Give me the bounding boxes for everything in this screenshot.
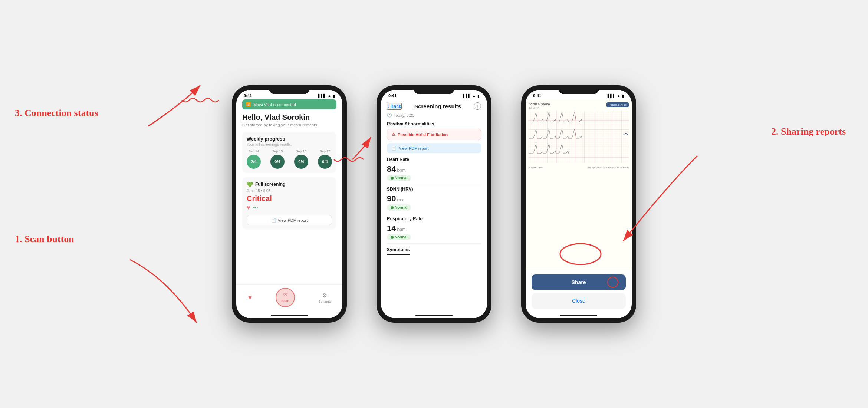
back-button[interactable]: ‹ Back — [387, 103, 402, 110]
share-circle — [607, 277, 618, 288]
day-circle-sep16[interactable]: 0/4 — [294, 155, 308, 169]
notch-3 — [558, 85, 599, 94]
symptoms-section: Symptoms — [387, 246, 481, 255]
report-text: Report test — [529, 166, 543, 169]
subtitle-text: Get started by taking your measurements. — [242, 123, 336, 127]
patient-name: Jordan Stone 12 BPM — [529, 102, 550, 109]
heart-rate-value-display: 84 bpm — [387, 164, 481, 174]
status-icons-3: ▌▌▌ ▲ ▮ — [608, 94, 624, 98]
resp-unit: bpm — [397, 227, 405, 232]
svg-rect-2 — [529, 111, 629, 163]
connection-banner: 📶 Mawi Vital is connected — [242, 99, 336, 109]
status-time-2: 9:41 — [388, 93, 397, 98]
heart-rate-label: Heart Rate — [387, 157, 481, 162]
wifi-icon-3: ▲ — [617, 94, 621, 98]
scan-ecg-icon: ♡ — [283, 292, 288, 298]
symptoms-label: Symptoms — [387, 247, 410, 255]
pdf-btn-label-1: View PDF report — [278, 218, 308, 223]
timestamp-text: Today, 8:23 — [394, 113, 414, 118]
wifi-icon-2: ▲ — [472, 94, 476, 98]
sdnn-label: SDNN (HRV) — [387, 187, 481, 192]
resp-label: Respiratory Rate — [387, 216, 481, 221]
home-indicator-2 — [415, 315, 453, 316]
doc-icon-2: 📄 — [391, 146, 397, 151]
weekly-card: Weekly progress Your full screenings res… — [242, 132, 336, 173]
sdnn-status: Normal — [387, 204, 411, 211]
phone-1: 9:41 ▌▌▌ ▲ ▮ 📶 Mawi Vital is connected H… — [232, 85, 347, 323]
ecg-chart-svg — [529, 111, 629, 163]
info-icon[interactable]: i — [474, 102, 481, 110]
connection-text: Mawi Vital is connected — [253, 102, 296, 107]
nav-settings[interactable]: ⚙ Settings — [319, 292, 331, 303]
day-circle-sep14[interactable]: 2/4 — [247, 155, 261, 169]
day-col-sep17: Sep 17 0/4 — [318, 149, 332, 169]
ecg-diagnosis: Possible AFib — [606, 102, 629, 109]
screen-3: 9:41 ▌▌▌ ▲ ▮ Jordan Stone 12 BPM Possibl… — [526, 90, 632, 318]
resp-status: Normal — [387, 234, 411, 240]
share-button[interactable]: Share — [532, 274, 626, 290]
share-area: Share Close — [526, 270, 632, 313]
nav-home[interactable]: ♥ — [248, 294, 252, 302]
annotation-3: 3. Connection status — [15, 108, 98, 119]
signal-icon: ▌▌▌ — [318, 94, 326, 98]
page-container: 9:41 ▌▌▌ ▲ ▮ 📶 Mawi Vital is connected H… — [0, 0, 868, 408]
day-circle-sep17[interactable]: 0/4 — [318, 155, 332, 169]
annotation-1: 1. Scan button — [15, 234, 74, 245]
weekly-title: Weekly progress — [247, 136, 332, 142]
status-icons-1: ▌▌▌ ▲ ▮ — [318, 94, 335, 98]
warning-icon: ⚠ — [392, 132, 395, 137]
ecg-icon: 〜 — [253, 204, 259, 212]
battery-icon: ▮ — [333, 94, 335, 98]
timestamp: 🕐 Today, 8:23 — [387, 113, 481, 118]
status-time-3: 9:41 — [533, 93, 541, 98]
check-icon-sdnn — [391, 206, 394, 209]
annotation-2: 2. Sharing reports — [771, 126, 846, 137]
day-circle-sep15[interactable]: 0/4 — [270, 155, 285, 169]
check-icon-hr — [391, 177, 394, 180]
notch-2 — [414, 85, 454, 94]
hello-greeting: Hello, Vlad Sorokin — [242, 113, 336, 122]
status-icons-2: ▌▌▌ ▲ ▮ — [463, 94, 480, 98]
status-time-1: 9:41 — [244, 93, 252, 98]
check-icon-resp — [391, 236, 394, 239]
signal-icon-2: ▌▌▌ — [463, 94, 471, 98]
screen2-nav: ‹ Back Screening results i — [381, 99, 487, 113]
heart-rate-unit: bpm — [397, 168, 405, 173]
home-indicator-1 — [271, 315, 308, 316]
sdnn-section: SDNN (HRV) 90 ms Normal — [387, 187, 481, 211]
phone-2: 9:41 ▌▌▌ ▲ ▮ ‹ Back Screening results i — [377, 85, 491, 323]
settings-label: Settings — [319, 300, 331, 303]
screen2-title: Screening results — [414, 103, 461, 109]
day-col-sep14: Sep 14 2/4 — [247, 149, 261, 169]
divider-3 — [387, 243, 481, 244]
screen1-content: 📶 Mawi Vital is connected Hello, Vlad So… — [236, 99, 342, 284]
resp-status-text: Normal — [395, 235, 407, 239]
nav-scan[interactable]: ♡ Scan — [276, 288, 295, 307]
chevron-left-icon: ‹ — [388, 103, 389, 109]
notch-1 — [269, 85, 310, 94]
afib-text: Possible Atrial Fibrillation — [398, 132, 448, 137]
scan-circle[interactable]: ♡ Scan — [276, 288, 295, 307]
pdf-report-btn-1[interactable]: 📄 View PDF report — [247, 215, 332, 225]
screen2-content: 🕐 Today, 8:23 Rhythm Abnormalities ⚠ Pos… — [381, 113, 487, 313]
sdnn-status-text: Normal — [395, 205, 407, 210]
afib-badge: ⚠ Possible Atrial Fibrillation — [387, 129, 481, 140]
close-button[interactable]: Close — [532, 293, 626, 309]
battery-icon-2: ▮ — [477, 94, 480, 98]
sdnn-unit: ms — [397, 197, 403, 203]
weekly-days: Sep 14 2/4 Sep 15 0/4 Sep 16 0/4 Sep 1 — [247, 149, 332, 169]
home-indicator-3 — [560, 315, 597, 316]
scan-label: Scan — [281, 299, 289, 303]
wifi-signal-icon: 📶 — [246, 102, 251, 107]
clock-icon: 🕐 — [387, 113, 392, 118]
critical-status: Critical — [247, 194, 332, 203]
close-label: Close — [572, 298, 585, 304]
heart-rate-number: 84 — [387, 164, 396, 174]
view-pdf-btn-2[interactable]: 📄 View PDF report — [387, 143, 481, 153]
screening-title: Full screening — [255, 182, 285, 187]
day-label-sep14: Sep 14 — [249, 149, 259, 153]
screening-card: 💚 Full screening June 15 • 9:05 Critical… — [242, 177, 336, 230]
day-col-sep16: Sep 16 0/4 — [294, 149, 308, 169]
day-label-sep16: Sep 16 — [296, 149, 307, 153]
rhythm-section-title: Rhythm Abnormalities — [387, 121, 481, 126]
